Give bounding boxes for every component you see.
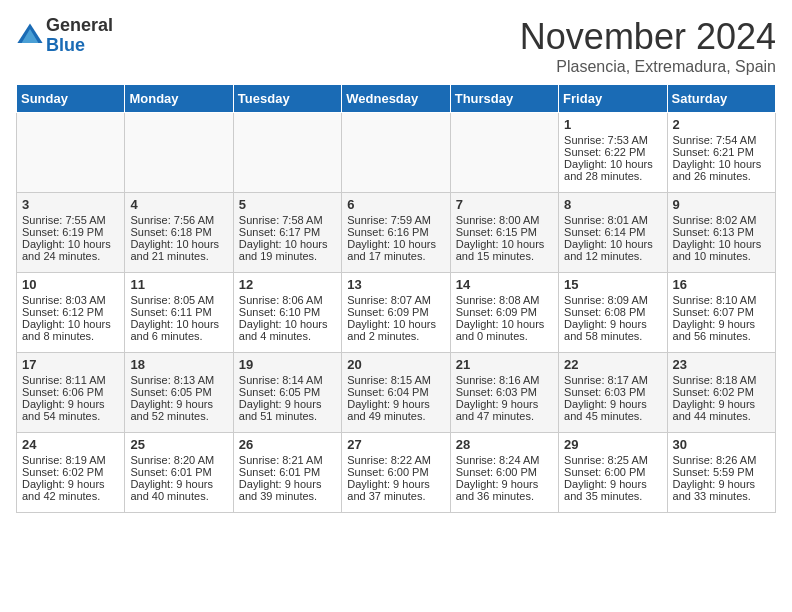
cell-info-line: Daylight: 10 hours and 2 minutes. bbox=[347, 318, 444, 342]
cell-info-line: Sunrise: 8:19 AM bbox=[22, 454, 119, 466]
logo-text: General Blue bbox=[46, 16, 113, 56]
day-number: 21 bbox=[456, 357, 553, 372]
cell-info-line: Sunrise: 8:25 AM bbox=[564, 454, 661, 466]
day-number: 22 bbox=[564, 357, 661, 372]
cell-info-line: Sunset: 6:02 PM bbox=[673, 386, 770, 398]
cell-info-line: Sunrise: 8:07 AM bbox=[347, 294, 444, 306]
calendar-cell: 16Sunrise: 8:10 AMSunset: 6:07 PMDayligh… bbox=[667, 273, 775, 353]
cell-info-line: Sunset: 6:12 PM bbox=[22, 306, 119, 318]
cell-info-line: Daylight: 9 hours and 40 minutes. bbox=[130, 478, 227, 502]
calendar-cell bbox=[233, 113, 341, 193]
cell-info-line: Sunrise: 8:02 AM bbox=[673, 214, 770, 226]
cell-info-line: Sunset: 6:00 PM bbox=[347, 466, 444, 478]
cell-info-line: Daylight: 10 hours and 15 minutes. bbox=[456, 238, 553, 262]
calendar-cell: 8Sunrise: 8:01 AMSunset: 6:14 PMDaylight… bbox=[559, 193, 667, 273]
cell-info-line: Daylight: 9 hours and 58 minutes. bbox=[564, 318, 661, 342]
day-number: 13 bbox=[347, 277, 444, 292]
day-header-wednesday: Wednesday bbox=[342, 85, 450, 113]
cell-info-line: Daylight: 10 hours and 4 minutes. bbox=[239, 318, 336, 342]
cell-info-line: Sunset: 6:09 PM bbox=[456, 306, 553, 318]
calendar-cell: 25Sunrise: 8:20 AMSunset: 6:01 PMDayligh… bbox=[125, 433, 233, 513]
cell-info-line: Daylight: 9 hours and 42 minutes. bbox=[22, 478, 119, 502]
calendar-cell bbox=[125, 113, 233, 193]
calendar-cell: 18Sunrise: 8:13 AMSunset: 6:05 PMDayligh… bbox=[125, 353, 233, 433]
month-title: November 2024 bbox=[520, 16, 776, 58]
cell-info-line: Sunset: 6:13 PM bbox=[673, 226, 770, 238]
cell-info-line: Daylight: 9 hours and 37 minutes. bbox=[347, 478, 444, 502]
cell-info-line: Sunrise: 7:54 AM bbox=[673, 134, 770, 146]
cell-info-line: Sunset: 6:14 PM bbox=[564, 226, 661, 238]
calendar-cell: 7Sunrise: 8:00 AMSunset: 6:15 PMDaylight… bbox=[450, 193, 558, 273]
day-number: 27 bbox=[347, 437, 444, 452]
cell-info-line: Sunset: 6:11 PM bbox=[130, 306, 227, 318]
cell-info-line: Sunset: 6:15 PM bbox=[456, 226, 553, 238]
cell-info-line: Daylight: 10 hours and 8 minutes. bbox=[22, 318, 119, 342]
day-number: 18 bbox=[130, 357, 227, 372]
cell-info-line: Sunrise: 8:24 AM bbox=[456, 454, 553, 466]
day-number: 5 bbox=[239, 197, 336, 212]
week-row-4: 17Sunrise: 8:11 AMSunset: 6:06 PMDayligh… bbox=[17, 353, 776, 433]
cell-info-line: Sunrise: 8:26 AM bbox=[673, 454, 770, 466]
cell-info-line: Sunrise: 8:20 AM bbox=[130, 454, 227, 466]
day-header-thursday: Thursday bbox=[450, 85, 558, 113]
day-header-monday: Monday bbox=[125, 85, 233, 113]
cell-info-line: Sunrise: 8:16 AM bbox=[456, 374, 553, 386]
cell-info-line: Sunrise: 8:14 AM bbox=[239, 374, 336, 386]
logo-general-text: General bbox=[46, 16, 113, 36]
cell-info-line: Sunrise: 8:21 AM bbox=[239, 454, 336, 466]
cell-info-line: Sunrise: 8:18 AM bbox=[673, 374, 770, 386]
cell-info-line: Sunrise: 7:59 AM bbox=[347, 214, 444, 226]
cell-info-line: Sunrise: 7:56 AM bbox=[130, 214, 227, 226]
logo-blue-text: Blue bbox=[46, 36, 113, 56]
calendar-cell: 13Sunrise: 8:07 AMSunset: 6:09 PMDayligh… bbox=[342, 273, 450, 353]
cell-info-line: Sunrise: 8:13 AM bbox=[130, 374, 227, 386]
cell-info-line: Daylight: 9 hours and 39 minutes. bbox=[239, 478, 336, 502]
day-number: 4 bbox=[130, 197, 227, 212]
calendar-cell: 2Sunrise: 7:54 AMSunset: 6:21 PMDaylight… bbox=[667, 113, 775, 193]
calendar-cell: 6Sunrise: 7:59 AMSunset: 6:16 PMDaylight… bbox=[342, 193, 450, 273]
day-header-saturday: Saturday bbox=[667, 85, 775, 113]
cell-info-line: Sunset: 6:05 PM bbox=[239, 386, 336, 398]
calendar-cell: 19Sunrise: 8:14 AMSunset: 6:05 PMDayligh… bbox=[233, 353, 341, 433]
calendar-cell: 28Sunrise: 8:24 AMSunset: 6:00 PMDayligh… bbox=[450, 433, 558, 513]
calendar-cell: 11Sunrise: 8:05 AMSunset: 6:11 PMDayligh… bbox=[125, 273, 233, 353]
cell-info-line: Daylight: 9 hours and 33 minutes. bbox=[673, 478, 770, 502]
calendar-cell bbox=[450, 113, 558, 193]
cell-info-line: Sunrise: 7:55 AM bbox=[22, 214, 119, 226]
calendar-cell: 21Sunrise: 8:16 AMSunset: 6:03 PMDayligh… bbox=[450, 353, 558, 433]
week-row-5: 24Sunrise: 8:19 AMSunset: 6:02 PMDayligh… bbox=[17, 433, 776, 513]
cell-info-line: Sunrise: 8:22 AM bbox=[347, 454, 444, 466]
cell-info-line: Sunset: 6:00 PM bbox=[564, 466, 661, 478]
cell-info-line: Sunset: 6:19 PM bbox=[22, 226, 119, 238]
cell-info-line: Sunset: 6:00 PM bbox=[456, 466, 553, 478]
cell-info-line: Sunrise: 8:01 AM bbox=[564, 214, 661, 226]
day-number: 7 bbox=[456, 197, 553, 212]
day-header-tuesday: Tuesday bbox=[233, 85, 341, 113]
week-row-2: 3Sunrise: 7:55 AMSunset: 6:19 PMDaylight… bbox=[17, 193, 776, 273]
cell-info-line: Sunset: 6:03 PM bbox=[564, 386, 661, 398]
cell-info-line: Daylight: 10 hours and 24 minutes. bbox=[22, 238, 119, 262]
day-number: 9 bbox=[673, 197, 770, 212]
cell-info-line: Sunrise: 8:06 AM bbox=[239, 294, 336, 306]
calendar-cell: 26Sunrise: 8:21 AMSunset: 6:01 PMDayligh… bbox=[233, 433, 341, 513]
cell-info-line: Daylight: 10 hours and 10 minutes. bbox=[673, 238, 770, 262]
day-number: 8 bbox=[564, 197, 661, 212]
calendar-cell: 5Sunrise: 7:58 AMSunset: 6:17 PMDaylight… bbox=[233, 193, 341, 273]
cell-info-line: Sunset: 6:01 PM bbox=[239, 466, 336, 478]
cell-info-line: Sunrise: 8:05 AM bbox=[130, 294, 227, 306]
calendar-cell: 20Sunrise: 8:15 AMSunset: 6:04 PMDayligh… bbox=[342, 353, 450, 433]
day-number: 2 bbox=[673, 117, 770, 132]
day-number: 17 bbox=[22, 357, 119, 372]
week-row-3: 10Sunrise: 8:03 AMSunset: 6:12 PMDayligh… bbox=[17, 273, 776, 353]
day-number: 3 bbox=[22, 197, 119, 212]
cell-info-line: Sunset: 6:07 PM bbox=[673, 306, 770, 318]
cell-info-line: Sunset: 6:06 PM bbox=[22, 386, 119, 398]
day-number: 29 bbox=[564, 437, 661, 452]
cell-info-line: Sunset: 6:02 PM bbox=[22, 466, 119, 478]
cell-info-line: Sunset: 6:08 PM bbox=[564, 306, 661, 318]
calendar-cell: 27Sunrise: 8:22 AMSunset: 6:00 PMDayligh… bbox=[342, 433, 450, 513]
cell-info-line: Sunset: 6:10 PM bbox=[239, 306, 336, 318]
cell-info-line: Sunrise: 7:53 AM bbox=[564, 134, 661, 146]
day-number: 23 bbox=[673, 357, 770, 372]
cell-info-line: Daylight: 9 hours and 51 minutes. bbox=[239, 398, 336, 422]
